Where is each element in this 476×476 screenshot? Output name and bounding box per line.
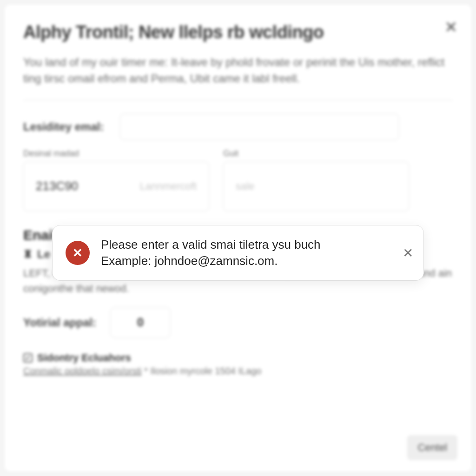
dialog-description: You land of my ouir timer me: It-leave b… (23, 54, 453, 87)
col-right-ghost: sale (236, 180, 254, 192)
toast-dismiss-button[interactable]: ✕ (403, 245, 413, 261)
castle-icon: ♜ (23, 248, 33, 260)
email-input[interactable] (120, 113, 399, 140)
error-toast: ✕ Please enter a valid smai tiletra ysu … (52, 225, 424, 281)
error-message: Please enter a valid smai tiletra ysu bu… (101, 237, 321, 269)
appal-row: Yotirial appal: 0 (23, 307, 453, 338)
col-left-value: 213C90 (36, 179, 78, 193)
error-icon: ✕ (66, 241, 90, 265)
appal-input[interactable]: 0 (110, 307, 171, 338)
appal-label: Yotirial appal: (23, 316, 96, 329)
checkbox-icon[interactable]: ✓ (23, 353, 33, 363)
columns-body: 213C90 Lannmercoft sale (23, 161, 453, 212)
dialog-footer: Centel (407, 435, 457, 460)
col-right-header: Guit (223, 149, 409, 159)
error-line-1: Please enter a valid smai tiletra ysu bu… (101, 238, 321, 251)
divider (23, 100, 453, 100)
check-line[interactable]: ✓ Sidontry Ecluahors (23, 352, 453, 364)
dialog-title: Alphy Trontil; New llelps rb wcldingo (23, 22, 453, 42)
col-left-box[interactable]: 213C90 Lannmercoft (23, 161, 209, 212)
cancel-button[interactable]: Centel (407, 435, 457, 460)
meta-rest: * Ilosion myrcole 1504 ILago (142, 366, 262, 376)
meta-line: Conmalic ooldoelo csim/orsti * Ilosion m… (23, 366, 453, 377)
check-line-text: Sidontry Ecluahors (37, 352, 131, 364)
email-label: Lesiditey emal: (23, 120, 107, 133)
col-left-ghost: Lannmercoft (140, 180, 197, 192)
error-line-2: Example: johndoe@zamnsic.om. (101, 254, 278, 268)
close-icon[interactable]: ✕ (444, 18, 457, 36)
col-right-box[interactable]: sale (223, 161, 409, 212)
subrow-text: Le (37, 248, 50, 261)
columns-header: Desinal madad Guit (23, 149, 453, 159)
email-field-row: Lesiditey emal: (23, 113, 453, 140)
col-left-header: Desinal madad (23, 149, 209, 159)
meta-link[interactable]: Conmalic ooldoelo csim/orsti (23, 366, 142, 376)
